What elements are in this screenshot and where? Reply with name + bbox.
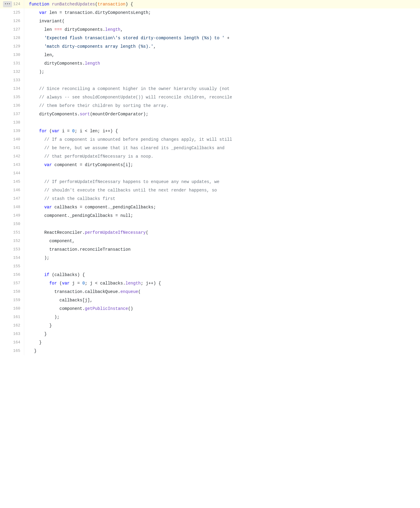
line-number: 149 bbox=[13, 213, 20, 219]
code-content: component.getPublicInstance() bbox=[24, 304, 420, 313]
code-row: 164 } bbox=[0, 338, 420, 347]
code-content bbox=[24, 169, 420, 178]
code-token: var bbox=[39, 9, 50, 16]
line-gutter: 156 bbox=[0, 271, 24, 279]
line-gutter: 130 bbox=[0, 51, 24, 59]
code-row: 127 len === dirtyComponents.length, bbox=[0, 25, 420, 34]
code-content: if (callbacks) { bbox=[24, 271, 420, 279]
line-number: 144 bbox=[13, 170, 20, 177]
line-number: 131 bbox=[13, 60, 20, 67]
code-token: var bbox=[44, 204, 54, 211]
line-gutter: 137 bbox=[0, 110, 24, 118]
code-token: var bbox=[44, 162, 54, 168]
code-content: var component = dirtyComponents[i]; bbox=[24, 161, 420, 169]
line-number: 132 bbox=[13, 69, 20, 75]
line-gutter: 138 bbox=[0, 118, 24, 127]
code-token: dirtyComponents. bbox=[62, 26, 105, 33]
code-token: + bbox=[225, 35, 230, 41]
code-row: 129 'match dirty-components array length… bbox=[0, 42, 420, 51]
line-number: 164 bbox=[13, 339, 20, 346]
code-content: transaction.reconcileTransaction bbox=[24, 245, 420, 254]
line-number: 138 bbox=[13, 120, 20, 126]
line-number: 125 bbox=[13, 10, 20, 16]
line-gutter: •••124 bbox=[0, 0, 24, 8]
code-row: 135 // always -- see shouldComponentUpda… bbox=[0, 93, 420, 101]
line-gutter: 145 bbox=[0, 178, 24, 186]
line-gutter: 128 bbox=[0, 34, 24, 42]
code-token: length bbox=[105, 26, 120, 33]
code-token: callbacks = component._pendingCallbacks; bbox=[54, 204, 156, 211]
code-token bbox=[29, 178, 44, 185]
code-token: (mountOrderComparator); bbox=[90, 111, 148, 117]
line-number: 129 bbox=[13, 43, 20, 50]
code-content: var len = transaction.dirtyComponentsLen… bbox=[24, 8, 420, 17]
code-row: 156 if (callbacks) { bbox=[0, 271, 420, 279]
line-number: 155 bbox=[13, 263, 20, 270]
code-row: 133 bbox=[0, 76, 420, 85]
code-token: ( bbox=[146, 229, 148, 236]
line-gutter: 160 bbox=[0, 304, 24, 313]
line-number: 163 bbox=[13, 331, 20, 337]
code-token: ); bbox=[29, 314, 60, 320]
code-row: 141 // be here, but we assume that it ha… bbox=[0, 144, 420, 152]
code-token: transaction.reconcileTransaction bbox=[29, 246, 131, 253]
code-token: performUpdateIfNecessary bbox=[85, 229, 146, 236]
code-token bbox=[29, 9, 39, 16]
code-token: dirtyComponents. bbox=[29, 111, 80, 117]
code-row: 158 transaction.callbackQueue.enqueue( bbox=[0, 288, 420, 296]
code-row: 154 ); bbox=[0, 254, 420, 262]
line-gutter: 135 bbox=[0, 93, 24, 101]
code-token: ( bbox=[95, 1, 97, 8]
code-token: ReactReconciler. bbox=[29, 229, 85, 236]
code-token: // always -- see shouldComponentUpdate()… bbox=[39, 94, 232, 101]
code-token: ; j++) { bbox=[141, 280, 161, 287]
code-row: 143 var component = dirtyComponents[i]; bbox=[0, 161, 420, 169]
code-row: 147 // stash the callbacks first bbox=[0, 195, 420, 203]
line-number: 133 bbox=[13, 77, 20, 84]
code-content: for (var j = 0; j < callbacks.length; j+… bbox=[24, 279, 420, 288]
line-number: 156 bbox=[13, 272, 20, 278]
code-content: dirtyComponents.sort(mountOrderComparato… bbox=[24, 110, 420, 118]
code-row: 145 // If performUpdateIfNecessary happe… bbox=[0, 178, 420, 186]
line-number: 136 bbox=[13, 103, 20, 109]
code-token: () bbox=[128, 305, 133, 312]
code-content: // them before their children by sorting… bbox=[24, 101, 420, 110]
line-gutter: 132 bbox=[0, 68, 24, 76]
line-gutter: 134 bbox=[0, 85, 24, 93]
code-content: for (var i = 0; i < len; i++) { bbox=[24, 127, 420, 135]
line-number: 151 bbox=[13, 230, 20, 236]
code-row: 134 // Since reconciling a component hig… bbox=[0, 85, 420, 93]
code-row: 151 ReactReconciler.performUpdateIfNeces… bbox=[0, 228, 420, 237]
code-token: function bbox=[29, 1, 52, 8]
line-gutter: 133 bbox=[0, 76, 24, 85]
line-gutter: 139 bbox=[0, 127, 24, 135]
code-content: function runBatchedUpdates(transaction) … bbox=[24, 0, 420, 8]
code-token: ); bbox=[29, 69, 44, 75]
code-content: callbacks[j], bbox=[24, 296, 420, 304]
code-content: // If a component is unmounted before pe… bbox=[24, 135, 420, 144]
code-content: 'match dirty-components array length (%s… bbox=[24, 42, 420, 51]
code-token: // be here, but we assume that it has cl… bbox=[44, 145, 225, 151]
code-token: // them before their children by sorting… bbox=[39, 102, 169, 109]
code-content: // Since reconciling a component higher … bbox=[24, 85, 420, 93]
ellipsis-button[interactable]: ••• bbox=[3, 1, 12, 7]
line-number: 148 bbox=[13, 204, 20, 211]
line-gutter: 148 bbox=[0, 203, 24, 211]
line-gutter: 162 bbox=[0, 321, 24, 330]
line-gutter: 150 bbox=[0, 220, 24, 228]
line-number: 135 bbox=[13, 94, 20, 101]
code-token: for bbox=[49, 280, 60, 287]
code-content: } bbox=[24, 347, 420, 355]
code-row: 162 } bbox=[0, 321, 420, 330]
code-row: 139 for (var i = 0; i < len; i++) { bbox=[0, 127, 420, 135]
code-token: // If a component is unmounted before pe… bbox=[44, 136, 232, 143]
line-gutter: 144 bbox=[0, 169, 24, 178]
code-token: // stash the callbacks first bbox=[44, 195, 115, 202]
line-number: 137 bbox=[13, 111, 20, 117]
code-row: 132 ); bbox=[0, 68, 420, 76]
line-gutter: 146 bbox=[0, 186, 24, 195]
code-content bbox=[24, 262, 420, 271]
line-number: 157 bbox=[13, 280, 20, 287]
code-content: // that performUpdateIfNecessary is a no… bbox=[24, 152, 420, 161]
code-token bbox=[29, 102, 39, 109]
